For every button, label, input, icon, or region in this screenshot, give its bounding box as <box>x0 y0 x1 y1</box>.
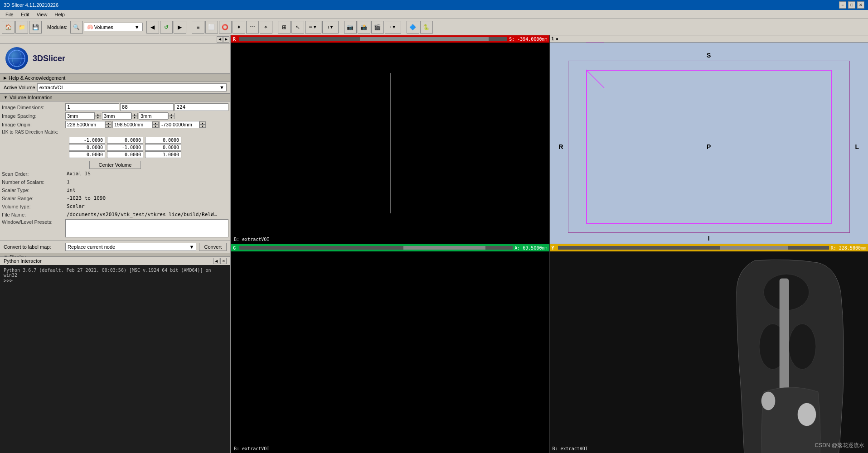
toolbar-btn-cursor[interactable]: ⌖ <box>260 21 272 34</box>
toolbar-btn-scatter[interactable]: ✦ <box>233 21 245 34</box>
spacing-1-unit: ▲ ▼ <box>65 112 101 120</box>
viewer-red-slider[interactable] <box>239 37 507 41</box>
spacing-2[interactable] <box>102 112 131 120</box>
origin-2-down[interactable]: ▼ <box>152 125 159 128</box>
spacing-3-up[interactable]: ▲ <box>168 113 175 116</box>
display-section-header[interactable]: ▼ Display <box>0 253 230 256</box>
spacing-3[interactable] <box>139 112 168 120</box>
viewer-blue-slider[interactable] <box>558 246 829 250</box>
python-ctrl-2[interactable]: ✕ <box>220 258 227 264</box>
spacing-2-btns: ▲ ▼ <box>131 113 138 119</box>
m21[interactable]: 0.0000 <box>107 151 143 158</box>
viewer-blue-status: B: extractVOI <box>553 446 588 451</box>
viewer-red-content[interactable] <box>231 43 549 244</box>
scalar-range-label: Scalar Range: <box>2 196 65 201</box>
toolbar-arrow-left[interactable]: ◀ <box>146 21 159 34</box>
toolbar-icon-1[interactable]: 🏠 <box>2 21 15 34</box>
python-ctrl-1[interactable]: ◀ <box>213 258 219 264</box>
toolbar-reload[interactable]: ↺ <box>160 21 173 34</box>
toolbar-btn-snapshot[interactable]: 📸 <box>358 21 370 34</box>
toolbar-btn-sphere[interactable]: ⭕ <box>219 21 232 34</box>
viewer-green[interactable]: G A: 69.5000mm B: extractVOI <box>231 244 550 453</box>
menu-view[interactable]: View <box>33 11 51 18</box>
origin-1-up[interactable]: ▲ <box>105 121 112 125</box>
close-button[interactable]: ✕ <box>857 1 864 9</box>
convert-dropdown[interactable]: Replace current node ▼ <box>65 243 196 251</box>
m00[interactable]: -1.0000 <box>69 137 105 144</box>
toolbar-icon-3[interactable]: 💾 <box>29 21 42 34</box>
origin-3[interactable] <box>160 121 199 128</box>
origin-3-up[interactable]: ▲ <box>199 121 206 125</box>
origin-1[interactable] <box>65 121 105 128</box>
toolbar-btn-plus[interactable]: +▼ <box>385 21 401 34</box>
slicer-title: 3DSlicer <box>33 54 65 63</box>
spacing-2-down[interactable]: ▼ <box>131 116 138 119</box>
volume-info-section-header[interactable]: ▼ Volume Information <box>0 93 230 101</box>
origin-2-up[interactable]: ▲ <box>152 121 159 125</box>
viewer-blue-content[interactable] <box>550 251 868 453</box>
m02[interactable]: 0.0000 <box>145 137 181 144</box>
m20[interactable]: 0.0000 <box>69 151 105 158</box>
spacing-3-down[interactable]: ▼ <box>168 116 175 119</box>
spacing-2-up[interactable]: ▲ <box>131 113 138 116</box>
active-volume-dropdown[interactable]: extractVOI ▼ <box>37 83 227 92</box>
minimize-button[interactable]: − <box>839 1 846 9</box>
spacing-1[interactable] <box>65 112 95 120</box>
viewer-blue[interactable]: Y R: 228.5000mm <box>550 244 868 453</box>
toolbar-icon-2[interactable]: 📁 <box>15 21 28 34</box>
m01[interactable]: 0.0000 <box>107 137 143 144</box>
toolbar-search-btn[interactable]: 🔍 <box>70 21 83 34</box>
dim-3[interactable]: 224 <box>175 103 228 111</box>
origin-1-down[interactable]: ▼ <box>105 125 112 128</box>
toolbar-btn-extension[interactable]: 🔷 <box>407 21 419 34</box>
help-section-header[interactable]: ▶ Help & Acknowledgement <box>0 74 230 82</box>
menu-help[interactable]: Help <box>51 11 68 18</box>
toolbar-btn-scene[interactable]: 🎬 <box>371 21 384 34</box>
viewer-green-slider[interactable] <box>239 246 513 250</box>
panel-ctrl-1[interactable]: ◀ <box>217 36 223 43</box>
viewer-yellow[interactable]: 1 ● S I R L P <box>550 35 868 244</box>
modules-dropdown[interactable]: 🫁 Volumes ▼ <box>84 23 143 31</box>
spacing-3-btns: ▲ ▼ <box>168 113 175 119</box>
python-panel[interactable]: Python 3.6.7 (default, Feb 27 2021, 00:0… <box>0 265 230 453</box>
scalar-type-value: int <box>65 187 77 193</box>
image-origin-row: Image Origin: ▲ ▼ ▲ <box>2 121 228 128</box>
matrix-row-2: 0.0000 0.0000 1.0000 <box>4 151 227 158</box>
dim-2[interactable]: 88 <box>120 103 174 111</box>
menu-edit[interactable]: Edit <box>17 11 33 18</box>
toolbar-btn-cube[interactable]: ⬜ <box>205 21 218 34</box>
toolbar-btn-python[interactable]: 🐍 <box>420 21 433 34</box>
toolbar-btn-transform[interactable]: T▼ <box>322 21 339 34</box>
left-panel: ◀ ▶ 3DSlicer ▶ Help & Acknowledgement <box>0 35 231 453</box>
toolbar-btn-list[interactable]: ≡ <box>192 21 204 34</box>
m12[interactable]: 0.0000 <box>145 144 181 151</box>
viewer-red-status: B: extractVOI <box>234 237 269 242</box>
menu-file[interactable]: File <box>2 11 17 18</box>
viewer-green-status: B: extractVOI <box>234 446 269 451</box>
m11[interactable]: -1.0000 <box>107 144 143 151</box>
restore-button[interactable]: □ <box>848 1 855 9</box>
toolbar-btn-grid[interactable]: ⊞ <box>278 21 291 34</box>
center-volume-button[interactable]: Center Volume <box>89 161 141 169</box>
wl-presets-area[interactable] <box>65 219 228 237</box>
spacing-2-unit: ▲ ▼ <box>102 112 138 120</box>
svg-point-13 <box>798 403 816 426</box>
toolbar-btn-wave[interactable]: 〰 <box>246 21 259 34</box>
convert-button[interactable]: Convert <box>199 243 227 251</box>
modules-value: Volumes <box>94 24 113 30</box>
toolbar-btn-select[interactable]: ↖ <box>291 21 304 34</box>
toolbar-btn-camera[interactable]: 📷 <box>344 21 357 34</box>
m10[interactable]: 0.0000 <box>69 144 105 151</box>
spacing-1-down[interactable]: ▼ <box>95 116 101 119</box>
spacing-1-up[interactable]: ▲ <box>95 113 101 116</box>
toolbar-btn-markup[interactable]: ✏▼ <box>305 21 321 34</box>
panel-ctrl-2[interactable]: ▶ <box>223 36 229 43</box>
viewer-green-content[interactable] <box>231 251 549 453</box>
origin-3-down[interactable]: ▼ <box>199 125 206 128</box>
toolbar-arrow-right[interactable]: ▶ <box>174 21 186 34</box>
dim-1[interactable]: 1 <box>65 103 119 111</box>
viewer-red[interactable]: R S: -394.0000mm B: extractVOI <box>231 35 550 244</box>
m22[interactable]: 1.0000 <box>145 151 181 158</box>
origin-2[interactable] <box>112 121 152 128</box>
viewer-3d-content[interactable]: S I R L P <box>550 43 868 244</box>
